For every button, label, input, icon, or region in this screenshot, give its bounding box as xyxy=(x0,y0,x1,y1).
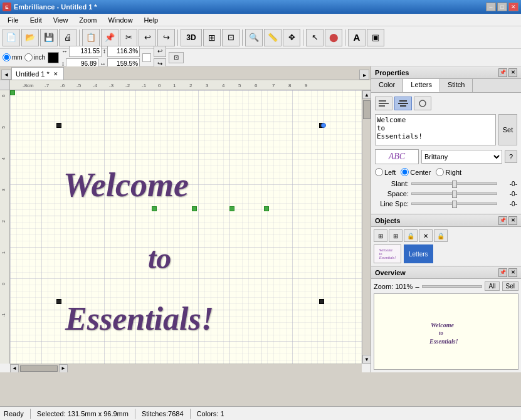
line-spc-thumb[interactable] xyxy=(452,201,457,208)
grid-button[interactable]: ⊞ xyxy=(203,29,221,46)
redo-button[interactable]: ↪ xyxy=(157,29,175,46)
undo-button[interactable]: ↩ xyxy=(139,29,156,46)
paste-button[interactable]: 📌 xyxy=(101,29,118,46)
space-track[interactable] xyxy=(411,192,497,195)
overview-pin-button[interactable]: 📌 xyxy=(498,268,507,277)
new-button[interactable]: 📄 xyxy=(3,29,20,46)
move-button[interactable]: ✥ xyxy=(283,29,300,46)
vscroll-up[interactable]: ▲ xyxy=(362,90,371,99)
minimize-button[interactable]: – xyxy=(486,3,496,11)
color-box[interactable] xyxy=(48,52,59,63)
font-select[interactable]: Brittany xyxy=(421,150,502,164)
font-help-button[interactable]: ? xyxy=(505,150,517,163)
close-button[interactable]: ✕ xyxy=(508,3,518,11)
3d-button[interactable]: 3D xyxy=(181,29,202,46)
main-canvas[interactable]: Welcome to Essentials! xyxy=(10,90,362,364)
properties-content: Welcome to Essentials! Set ABC Brittany … xyxy=(371,93,521,214)
all-button[interactable]: All xyxy=(485,281,499,291)
print-button[interactable]: 🖨 xyxy=(59,29,76,46)
hscroll-thumb[interactable] xyxy=(20,365,58,372)
slant-thumb[interactable] xyxy=(452,181,457,188)
tab-letters[interactable]: Letters xyxy=(403,79,440,92)
zoom-button[interactable]: 🔍 xyxy=(245,29,263,46)
radio-center[interactable]: Center xyxy=(401,168,431,176)
menu-window[interactable]: Window xyxy=(103,15,137,25)
tab-color[interactable]: Color xyxy=(371,79,403,92)
fit-button[interactable]: ⊡ xyxy=(222,29,239,46)
document-tab[interactable]: Untitled 1 * ✕ xyxy=(11,67,64,80)
object-label[interactable]: Letters xyxy=(404,244,433,263)
object-thumbnail[interactable]: WelcometoEssentials! xyxy=(374,244,401,263)
obj-tb-grid1[interactable]: ⊞ xyxy=(374,229,387,242)
frame-button[interactable]: ▣ xyxy=(367,29,384,46)
unit-mm-radio[interactable]: mm xyxy=(3,53,23,61)
text-content-input[interactable]: Welcome to Essentials! xyxy=(375,114,496,145)
obj-tb-grid2[interactable]: ⊞ xyxy=(389,229,403,242)
properties-close-button[interactable]: ✕ xyxy=(508,68,517,77)
properties-pin-button[interactable]: 📌 xyxy=(498,68,507,77)
menu-zoom[interactable]: Zoom xyxy=(74,15,102,25)
align-center-button[interactable] xyxy=(394,97,412,110)
radio-left[interactable]: Left xyxy=(375,168,396,176)
overview-close-button[interactable]: ✕ xyxy=(508,268,517,277)
menu-edit[interactable]: Edit xyxy=(25,15,47,25)
copy-button[interactable]: 📋 xyxy=(82,29,100,46)
radio-center-input[interactable] xyxy=(401,168,409,176)
hscroll-left[interactable]: ◄ xyxy=(10,364,19,373)
open-button[interactable]: 📂 xyxy=(21,29,39,46)
scissors-button[interactable]: ✂ xyxy=(120,29,137,46)
handle-tl[interactable] xyxy=(56,123,61,128)
line-spc-track[interactable] xyxy=(411,202,497,205)
unit-inch-input[interactable] xyxy=(24,53,33,61)
space-thumb[interactable] xyxy=(452,191,457,198)
right-panel: Properties 📌 ✕ Color Letters Stitch xyxy=(371,66,521,372)
tab-nav-left[interactable]: ◄ xyxy=(1,70,11,80)
transform-button[interactable]: ⊡ xyxy=(169,52,184,63)
align-circle-button[interactable] xyxy=(414,97,431,110)
tab-close-button[interactable]: ✕ xyxy=(52,70,60,78)
obj-tb-lock1[interactable]: 🔒 xyxy=(404,229,418,242)
handle-tr-blue[interactable] xyxy=(321,123,326,128)
objects-close-button[interactable]: ✕ xyxy=(508,216,517,225)
vscroll-down[interactable]: ▼ xyxy=(362,355,371,364)
x-input[interactable] xyxy=(69,46,102,57)
measure-button[interactable]: 📏 xyxy=(264,29,282,46)
vscroll-thumb[interactable] xyxy=(363,100,371,119)
undo2-button[interactable]: ↩ xyxy=(154,46,166,57)
maximize-button[interactable]: □ xyxy=(497,3,507,11)
text-button[interactable]: A xyxy=(348,29,366,46)
zoom-track[interactable] xyxy=(422,285,483,288)
handle-bl[interactable] xyxy=(56,299,61,304)
aspect-ratio-box[interactable] xyxy=(142,53,151,62)
slant-track[interactable] xyxy=(411,182,497,185)
unit-mm-input[interactable] xyxy=(3,53,11,61)
sel-button[interactable]: Sel xyxy=(502,281,518,291)
set-button[interactable]: Set xyxy=(498,114,517,145)
handle-br[interactable] xyxy=(319,299,324,304)
fill-button[interactable]: ⬤ xyxy=(325,29,342,46)
objects-pin-button[interactable]: 📌 xyxy=(498,216,507,225)
secondary-toolbar: mm inch ↔ ↕ ↕ ↔ ↩ ↪ ⊡ xyxy=(0,49,521,66)
hscroll-right[interactable]: ► xyxy=(59,364,68,373)
width-input[interactable] xyxy=(107,46,140,57)
handle-mid-4[interactable] xyxy=(229,206,234,211)
radio-left-input[interactable] xyxy=(375,168,383,176)
align-left-button[interactable] xyxy=(375,97,392,110)
tab-stitch[interactable]: Stitch xyxy=(440,79,473,92)
save-button[interactable]: 💾 xyxy=(40,29,58,46)
obj-tb-delete[interactable]: ✕ xyxy=(419,229,433,242)
handle-mid-3[interactable] xyxy=(192,206,197,211)
handle-mid-5[interactable] xyxy=(264,206,269,211)
select-button[interactable]: ↖ xyxy=(306,29,324,46)
obj-tb-lock2[interactable]: 🔒 xyxy=(434,229,448,242)
radio-right[interactable]: Right xyxy=(436,168,461,176)
menu-help[interactable]: Help xyxy=(139,15,164,25)
menu-file[interactable]: File xyxy=(3,15,24,25)
tab-nav-right[interactable]: ▸ xyxy=(359,70,369,80)
handle-mid-2[interactable] xyxy=(152,206,157,211)
vscroll-track[interactable] xyxy=(362,99,371,355)
menu-view[interactable]: View xyxy=(48,15,73,25)
handle-mid-1[interactable] xyxy=(10,90,15,95)
unit-inch-radio[interactable]: inch xyxy=(24,53,45,61)
radio-right-input[interactable] xyxy=(436,168,444,176)
